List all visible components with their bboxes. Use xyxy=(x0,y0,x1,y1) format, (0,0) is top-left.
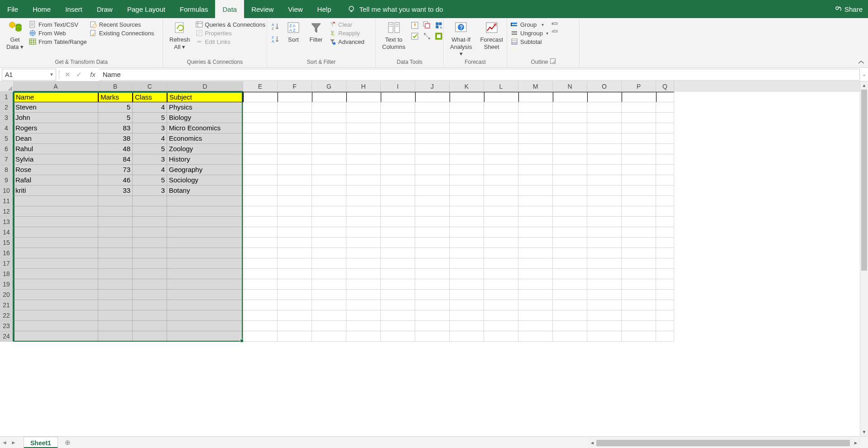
cell[interactable] xyxy=(518,300,553,310)
cell[interactable]: 4 xyxy=(133,133,167,144)
cell[interactable] xyxy=(346,186,381,196)
cell[interactable] xyxy=(553,175,587,186)
cell[interactable] xyxy=(518,102,553,113)
row-header[interactable]: 20 xyxy=(0,290,14,300)
vertical-scrollbar[interactable]: ▲ ▼ xyxy=(860,81,868,436)
cell[interactable] xyxy=(656,227,674,238)
cell[interactable] xyxy=(98,300,133,310)
column-header[interactable]: Q xyxy=(656,81,674,92)
cell[interactable] xyxy=(450,300,484,310)
cell[interactable] xyxy=(98,290,133,300)
cell[interactable] xyxy=(415,238,450,248)
column-header[interactable]: A xyxy=(14,81,98,92)
cell[interactable] xyxy=(415,300,450,310)
cell[interactable]: Botany xyxy=(167,186,243,196)
group-button[interactable]: Group▾ xyxy=(511,21,548,28)
cell[interactable] xyxy=(622,165,656,175)
cell[interactable] xyxy=(587,217,622,227)
cell[interactable] xyxy=(167,227,243,238)
cell[interactable] xyxy=(346,144,381,154)
cell[interactable] xyxy=(622,279,656,290)
cell[interactable] xyxy=(278,123,312,133)
cell[interactable] xyxy=(415,186,450,196)
cell[interactable] xyxy=(167,300,243,310)
cell[interactable] xyxy=(450,321,484,331)
cell[interactable] xyxy=(98,206,133,217)
cell[interactable] xyxy=(622,123,656,133)
cell[interactable] xyxy=(518,310,553,321)
column-header[interactable]: I xyxy=(381,81,415,92)
row-header[interactable]: 6 xyxy=(0,144,14,154)
cell[interactable] xyxy=(656,331,674,342)
add-sheet-button[interactable]: ⊕ xyxy=(62,438,73,447)
cell[interactable] xyxy=(312,102,346,113)
cell[interactable] xyxy=(484,300,518,310)
cell[interactable] xyxy=(381,331,415,342)
cell[interactable] xyxy=(133,310,167,321)
cell[interactable] xyxy=(622,258,656,269)
cell[interactable] xyxy=(243,217,278,227)
cell[interactable] xyxy=(656,279,674,290)
cell[interactable] xyxy=(312,165,346,175)
cell[interactable] xyxy=(553,102,587,113)
sort-button[interactable]: Z AA Z Sort xyxy=(283,20,303,44)
cell[interactable] xyxy=(415,123,450,133)
cell[interactable] xyxy=(14,196,98,206)
cell[interactable] xyxy=(312,227,346,238)
cell[interactable]: 5 xyxy=(98,102,133,113)
cell[interactable] xyxy=(587,269,622,279)
tell-me-search[interactable]: Tell me what you want to do xyxy=(347,0,443,18)
cell[interactable] xyxy=(518,227,553,238)
cell[interactable] xyxy=(587,102,622,113)
cell[interactable] xyxy=(243,227,278,238)
cell[interactable] xyxy=(553,123,587,133)
cell[interactable] xyxy=(484,133,518,144)
cell[interactable] xyxy=(346,331,381,342)
row-header[interactable]: 7 xyxy=(0,154,14,165)
cell[interactable] xyxy=(587,279,622,290)
cell[interactable] xyxy=(243,133,278,144)
cell[interactable] xyxy=(167,206,243,217)
collapse-ribbon-button[interactable] xyxy=(857,59,865,66)
cell[interactable] xyxy=(243,113,278,123)
cell[interactable] xyxy=(553,113,587,123)
advanced-filter-button[interactable]: Advanced xyxy=(329,38,364,45)
outline-launcher[interactable] xyxy=(550,58,556,64)
cell[interactable] xyxy=(312,144,346,154)
remove-duplicates-button[interactable] xyxy=(422,21,432,30)
cell[interactable] xyxy=(450,206,484,217)
cell[interactable] xyxy=(243,331,278,342)
cell[interactable] xyxy=(346,227,381,238)
cell[interactable] xyxy=(312,217,346,227)
cell[interactable] xyxy=(656,175,674,186)
cell[interactable] xyxy=(518,269,553,279)
cell[interactable] xyxy=(622,206,656,217)
cell[interactable] xyxy=(656,113,674,123)
cell[interactable] xyxy=(133,238,167,248)
cell[interactable] xyxy=(312,331,346,342)
tab-review[interactable]: Review xyxy=(244,0,281,18)
cell[interactable] xyxy=(484,175,518,186)
cell[interactable]: Rafal xyxy=(14,175,98,186)
cell[interactable] xyxy=(518,123,553,133)
sheet-nav-next[interactable]: ► xyxy=(9,439,18,446)
from-text-csv-button[interactable]: From Text/CSV xyxy=(29,21,87,28)
cell[interactable] xyxy=(346,310,381,321)
cell[interactable] xyxy=(656,300,674,310)
cell[interactable] xyxy=(450,102,484,113)
cell[interactable]: 3 xyxy=(133,154,167,165)
cell[interactable] xyxy=(415,310,450,321)
cell[interactable] xyxy=(450,279,484,290)
text-to-columns-button[interactable]: Text toColumns xyxy=(379,20,408,51)
cell[interactable] xyxy=(381,300,415,310)
fx-icon[interactable]: fx xyxy=(86,71,99,78)
cell[interactable] xyxy=(243,123,278,133)
cell[interactable] xyxy=(381,123,415,133)
cell[interactable]: Zoology xyxy=(167,144,243,154)
cell[interactable] xyxy=(346,206,381,217)
cell[interactable] xyxy=(587,321,622,331)
row-header[interactable]: 1 xyxy=(0,92,14,102)
cell[interactable] xyxy=(450,258,484,269)
column-header[interactable]: E xyxy=(243,81,278,92)
cell[interactable]: Rahul xyxy=(14,144,98,154)
